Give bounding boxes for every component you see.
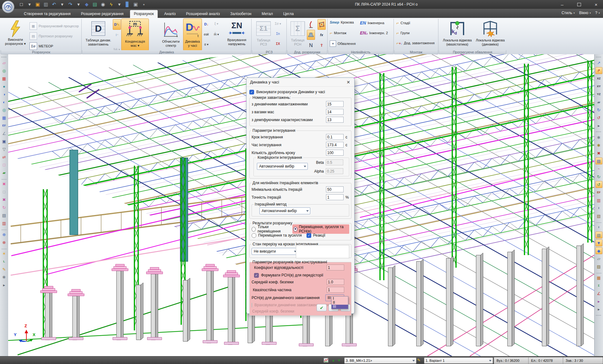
dimension-line-icon[interactable]: L — [1, 258, 8, 265]
results-diagram-icon[interactable]: ▊ — [124, 1, 131, 8]
dynamics-in-time-button[interactable]: D t Динаміка у часі — [183, 19, 202, 51]
rsn-table-button[interactable]: Σ Таблиця РСН — [288, 19, 307, 51]
iteration-accuracy-input[interactable] — [326, 194, 344, 200]
settings-gear-icon[interactable]: ✱ — [1, 274, 8, 281]
t-load-button[interactable]: Ṫ — [318, 40, 326, 51]
compute-spectrum-button[interactable]: t Обчислити спектр — [159, 19, 183, 51]
new-document-icon[interactable]: □ — [18, 1, 24, 8]
undo-icon[interactable]: ↶ — [51, 1, 57, 8]
frame-select-icon[interactable]: □ — [1, 161, 8, 168]
full-results-radio[interactable] — [293, 227, 297, 232]
mode-select[interactable]: 3. BB_MK<1.21> — [344, 357, 416, 364]
rsz-table-button[interactable]: Σ1 Таблиця РСЗ — [253, 19, 274, 51]
dialog-close-button[interactable]: ✕ — [345, 79, 352, 86]
variant-select[interactable]: 1. Варіант 1 — [424, 357, 493, 364]
dynamic-loads-input[interactable] — [326, 101, 344, 107]
section-state-combo[interactable]: Не виводити — [252, 248, 298, 255]
display-params-icon[interactable]: ✱ — [595, 134, 602, 141]
coefficients-method-combo[interactable]: Автоматичний вибір — [257, 163, 308, 170]
mass-clamp-button[interactable]: ↕▾ — [113, 30, 121, 39]
axes-rotate-icon[interactable]: ∠ — [595, 290, 602, 297]
panel-collapse-icon[interactable]: ▸ — [595, 306, 602, 313]
view-xy-icon[interactable]: XY — [595, 83, 602, 90]
block-red-icon[interactable]: ▥ — [595, 197, 602, 204]
redo-icon[interactable]: ↷ — [67, 1, 73, 8]
rsn-option-3[interactable]: III — [332, 305, 348, 309]
tab-1[interactable]: Розширене редагування — [77, 10, 128, 18]
step-divisions-input[interactable] — [326, 150, 344, 156]
sigma-x-button[interactable]: ΣX — [274, 39, 282, 48]
disp-forces-radio[interactable] — [252, 233, 256, 238]
section-horizontal-icon[interactable]: ◐ — [1, 99, 8, 105]
model-frame-icon[interactable]: ▤ — [1, 212, 8, 219]
flags-display-icon[interactable]: ▤ — [595, 158, 602, 164]
mesh-grid-icon[interactable]: ▦ — [1, 114, 8, 121]
flashlight-icon[interactable]: ☀ — [1, 250, 8, 257]
edit-variant-icon[interactable]: ✎ — [417, 358, 421, 362]
dynamic-loads-table-button[interactable]: D Таблиця динам. завантажень — [84, 19, 113, 51]
tab-7[interactable]: Цегла — [280, 10, 297, 18]
save-icon[interactable]: ▥ — [43, 1, 49, 8]
xi-spring-button[interactable]: ξ ▾ — [212, 19, 220, 28]
beta-input[interactable] — [326, 159, 343, 165]
quasi-input[interactable] — [327, 287, 344, 293]
collapse-analysis-button[interactable]: ✶ Обвалення — [330, 40, 356, 47]
mode-curve-button[interactable] — [307, 19, 315, 30]
meteor-button[interactable]: Σσ МЕТЕОР — [30, 42, 53, 50]
window-menu[interactable]: Вікно▾ — [579, 11, 591, 15]
polygon-select-icon[interactable]: ▱ — [1, 59, 8, 66]
numbering-off-icon[interactable]: ✖ — [595, 150, 602, 157]
color-grid-icon[interactable]: ▦ — [595, 274, 602, 281]
view-yz-icon[interactable]: YZ — [595, 91, 602, 98]
hatch-plate-icon[interactable]: ▨ — [595, 263, 602, 270]
responsibility-input[interactable] — [327, 265, 344, 270]
m-eak-button[interactable]: m̄ ▾ — [212, 30, 220, 39]
history-checkbox[interactable]: ✓ — [254, 273, 259, 278]
view-xz-icon[interactable]: XZ — [595, 75, 602, 82]
swap-selection-icon[interactable]: ⇄ — [1, 153, 8, 160]
select-nodes-icon[interactable]: ▦ — [1, 75, 8, 82]
alpha-spring-button[interactable]: α ▾ — [202, 40, 210, 49]
close-button[interactable]: × — [592, 2, 600, 7]
engineering-nonlinearity-button[interactable]: EN Інженерна — [360, 20, 384, 25]
flag-delete-icon[interactable]: ✖ — [1, 180, 8, 187]
paint-brush-icon[interactable]: ▰ — [1, 169, 8, 176]
integration-time-input[interactable] — [326, 142, 344, 148]
select-target-icon[interactable]: ◎ — [1, 67, 8, 74]
ibeam-icon[interactable]: I — [595, 205, 602, 211]
sigma-copy-button[interactable]: Σn — [274, 29, 282, 38]
safety-input[interactable] — [327, 279, 344, 285]
ok-button[interactable]: ✔ — [317, 304, 327, 311]
n-force-button[interactable]: N — [307, 40, 315, 51]
stress-account-button[interactable]: ΣN Врахування напружень — [224, 19, 250, 51]
lock-icon[interactable]: ▣ — [133, 1, 139, 8]
tab-6[interactable]: Метал — [258, 10, 276, 18]
new-dropdown-icon[interactable]: ▾ — [26, 1, 33, 8]
model-frame-red-icon[interactable]: ▥ — [1, 220, 8, 227]
plate-icon[interactable]: ▱ — [595, 255, 602, 262]
view-isometric-icon[interactable]: ↱ — [595, 67, 602, 74]
snapshot-icon[interactable]: ◉ — [100, 1, 106, 8]
contour-button[interactable] — [318, 19, 326, 30]
app-logo-icon[interactable] — [2, 1, 14, 13]
engineering-nonlinearity2-button[interactable]: EN₂ Інженерн. 2 — [360, 30, 388, 35]
beam-block-icon[interactable]: ▧ — [595, 212, 602, 219]
tab-4[interactable]: Розширений аналіз — [182, 10, 224, 18]
foundation-button[interactable] — [307, 30, 315, 40]
tab-5[interactable]: Залізобетон — [226, 10, 255, 18]
load-curve-icon[interactable]: ~ — [595, 165, 602, 172]
tab-rozrakhunok[interactable]: Розрахунок — [130, 10, 157, 18]
ef-display-icon[interactable]: EF — [595, 189, 602, 196]
mode-up-icon[interactable]: ▲ — [332, 358, 335, 362]
rotate-model-icon[interactable]: ↻ — [595, 173, 602, 180]
view-axes-icon[interactable]: ↗ — [595, 59, 602, 66]
only-displacements-radio[interactable] — [252, 227, 256, 232]
display-settings-icon[interactable]: ✱ — [595, 142, 602, 149]
filter-funnel-icon[interactable]: ▽ — [1, 146, 8, 153]
run-dropdown-icon[interactable]: ▾ — [116, 1, 122, 8]
panel-collapse-icon[interactable]: ▸ — [595, 122, 602, 129]
rotate-free-icon[interactable]: ↺ — [595, 114, 602, 121]
extrude-icon[interactable]: ▧ — [595, 232, 602, 238]
toolbar-collapse-icon[interactable]: ▸ — [1, 281, 8, 288]
select-sphere-icon[interactable]: ◎ — [1, 106, 8, 113]
